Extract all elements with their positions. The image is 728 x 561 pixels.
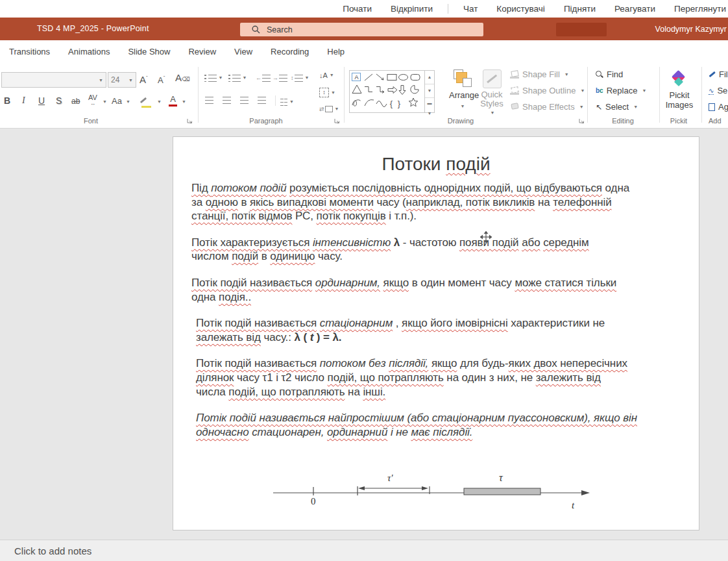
tab-animations[interactable]: Animations <box>59 47 119 56</box>
shape-effects-button[interactable]: Shape Effects▼ <box>510 102 584 112</box>
numbering-icon <box>228 75 230 82</box>
svg-text:A: A <box>354 74 358 81</box>
indent-left-icon: ← <box>256 73 261 82</box>
align-center-button[interactable] <box>223 97 231 104</box>
diagram-segment-bar <box>464 488 540 495</box>
font-size-combobox[interactable]: 24▼ <box>108 72 136 88</box>
replace-button[interactable]: bc Replace▼ <box>596 86 646 95</box>
find-button[interactable]: Find <box>596 69 623 79</box>
tab-recording[interactable]: Recording <box>261 47 318 56</box>
text-run: числом <box>191 250 232 262</box>
shrink-font-button[interactable]: Aˇ <box>158 73 165 85</box>
paragraph-dialog-launcher[interactable] <box>334 118 340 124</box>
tab-view[interactable]: View <box>225 47 261 56</box>
drawing-dialog-launcher[interactable] <box>578 118 585 124</box>
grow-font-button[interactable]: Aˆ <box>140 73 148 84</box>
search-icon <box>252 25 260 34</box>
gallery-scroll-down-button[interactable]: ▼ <box>425 84 434 98</box>
shapes-gallery[interactable]: A { } ▲ ▼ ▬▼ <box>349 70 435 113</box>
tab-review[interactable]: Review <box>179 47 225 56</box>
text-shadow-button[interactable]: S <box>56 96 62 105</box>
meeting-start-button[interactable]: Почати <box>343 4 372 14</box>
highlight-color-button[interactable] <box>141 95 151 108</box>
text-run: ординарним, <box>315 277 380 289</box>
align-right-button[interactable] <box>240 97 249 104</box>
slide-paragraph[interactable]: Потік подій називається стаціонарним , я… <box>191 316 682 344</box>
chevron-down-icon[interactable]: ▼ <box>126 99 130 104</box>
justify-icon <box>258 97 266 104</box>
arrange-icon <box>454 69 472 88</box>
justify-button[interactable] <box>258 97 266 104</box>
meeting-chat-button[interactable]: Чат <box>463 4 478 14</box>
meeting-unpin-button[interactable]: Відкріпити <box>391 4 433 14</box>
slide-paragraph[interactable]: Потік характеризується інтенсивністю λ -… <box>191 236 682 264</box>
italic-button[interactable]: I <box>22 96 25 105</box>
decrease-indent-button[interactable]: ← <box>256 73 271 82</box>
text-run: подія.. <box>219 291 251 303</box>
gallery-more-button[interactable]: ▬▼ <box>425 98 434 119</box>
time-axis-diagram[interactable]: 0 τ' τ t <box>272 467 594 514</box>
addin-fill-sign-button[interactable]: Fil <box>709 69 728 79</box>
character-spacing-button[interactable]: AV↔ <box>88 95 97 106</box>
chevron-down-icon[interactable]: ▼ <box>103 99 107 104</box>
chevron-down-icon[interactable]: ▼ <box>157 99 162 104</box>
clear-formatting-button[interactable]: A⌫ <box>175 73 190 84</box>
line-spacing-button[interactable]: ↕▼ <box>291 73 309 82</box>
slide-paragraph[interactable]: Потік подій називається ординарним, якщо… <box>191 276 682 304</box>
quick-styles-button[interactable]: Quick Styles ▼ <box>478 69 506 118</box>
notes-pane[interactable]: Click to add notes <box>0 540 728 561</box>
meeting-participants-button[interactable]: Користувачі <box>496 4 545 14</box>
bullets-button[interactable]: ▼ <box>204 73 223 82</box>
increase-indent-button[interactable]: → <box>273 73 287 82</box>
align-left-button[interactable] <box>205 97 213 104</box>
text-run: післядії, <box>389 357 428 369</box>
text-run: може статися тільки <box>515 277 616 289</box>
align-text-button[interactable]: ↕▼ <box>319 88 335 97</box>
change-case-button[interactable]: Aa <box>112 97 122 106</box>
convert-to-smartart-button[interactable]: ⇄▼ <box>319 105 339 114</box>
tab-help[interactable]: Help <box>318 47 354 56</box>
align-right-icon <box>240 97 249 104</box>
font-color-button[interactable]: A <box>169 95 177 106</box>
pickit-images-button[interactable]: Pickit Images <box>663 71 696 110</box>
numbering-button[interactable]: ▼ <box>228 73 247 82</box>
strikethrough-button[interactable]: ab <box>71 97 80 106</box>
meeting-raise-hand-button[interactable]: Підняти <box>564 4 596 14</box>
text-run: стаціонарним <box>320 317 393 329</box>
underline-button[interactable]: U <box>38 96 45 105</box>
addin-agree-button[interactable]: Ag <box>709 102 728 112</box>
slide-paragraph[interactable]: Потік подій називається найпростішим (аб… <box>191 411 682 439</box>
bold-button[interactable]: B <box>4 96 10 105</box>
search-box[interactable]: Search <box>240 23 483 36</box>
slide-canvas[interactable]: Потоки подій Під потоком подій розумієть… <box>173 136 699 530</box>
gallery-scroll-up-button[interactable]: ▲ <box>425 71 434 84</box>
arrange-button[interactable]: Arrange ▼ <box>449 69 475 112</box>
shape-outline-button[interactable]: Shape Outline▼ <box>510 86 585 95</box>
text-run: яких двох непересічних <box>509 357 627 369</box>
slide-paragraph[interactable]: Під потоком подій розуміється послідовні… <box>191 181 682 223</box>
shape-fill-button[interactable]: Shape Fill▼ <box>510 69 569 79</box>
font-name-combobox[interactable]: ▼ <box>1 72 106 88</box>
font-dialog-launcher[interactable] <box>186 118 193 124</box>
meeting-react-button[interactable]: Реагувати <box>614 4 655 14</box>
chevron-down-icon[interactable]: ▼ <box>182 99 186 104</box>
addin-send-button[interactable]: ∿ Se <box>709 86 727 95</box>
bullets-icon <box>204 75 206 82</box>
meeting-view-button[interactable]: Переглянути <box>674 4 726 14</box>
slide-title[interactable]: Потоки подій <box>173 154 699 175</box>
columns-icon <box>280 99 284 106</box>
text-run: на один з них, не <box>444 371 536 384</box>
text-direction-button[interactable]: ↓A▼ <box>319 71 334 80</box>
account-name[interactable]: Volodymyr Kazymyr <box>655 25 727 34</box>
axis-arrowhead <box>581 490 590 495</box>
window-title: TSD 4 MP_2025 - PowerPoint <box>37 24 149 33</box>
text-run: наприклад, потік викликів <box>406 196 535 208</box>
tab-transitions[interactable]: Transitions <box>0 47 59 56</box>
columns-button[interactable]: ▼ <box>280 97 294 106</box>
text-run: - частотою <box>400 236 459 249</box>
slide-body[interactable]: Під потоком подій розуміється послідовні… <box>191 181 682 451</box>
slide-paragraph[interactable]: Потік подій називається потоком без післ… <box>191 356 682 399</box>
titlebar-accent-shape <box>556 23 607 36</box>
tab-slide-show[interactable]: Slide Show <box>119 47 179 56</box>
select-button[interactable]: ↖ Select▼ <box>596 102 638 112</box>
